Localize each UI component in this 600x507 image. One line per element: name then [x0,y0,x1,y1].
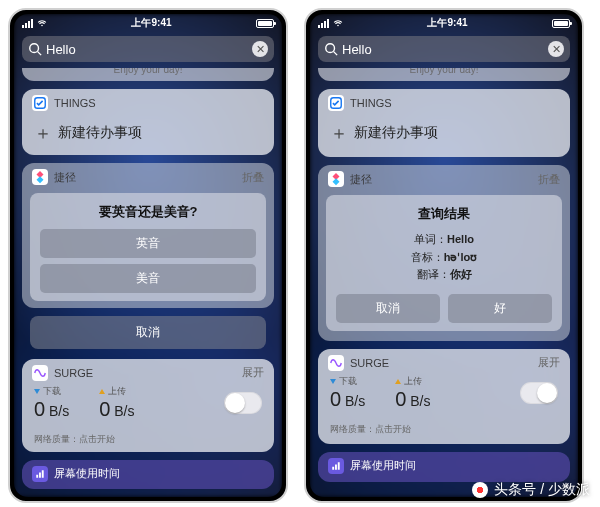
screentime-title: 屏幕使用时间 [350,458,416,473]
svg-line-1 [38,52,42,56]
wifi-icon [37,19,47,27]
status-time: 上午9:41 [131,16,171,30]
surge-upload: 上传 0 B/s [99,385,134,421]
search-field[interactable]: Hello ✕ [22,36,274,62]
watermark: 头条号 / 少数派 [472,481,590,499]
status-bar: 上午9:41 [310,14,578,32]
wifi-icon [333,19,343,27]
dialog-title: 要英音还是美音? [40,203,256,221]
surge-expand[interactable]: 展开 [538,355,560,370]
shortcuts-widget: 捷径 折叠 查询结果 单词：Hello 音标：həˈloʊ 翻译：你好 取消 好 [318,165,570,341]
option-american[interactable]: 美音 [40,264,256,293]
surge-quality-test[interactable]: 点击开始 [79,434,115,444]
shortcuts-title: 捷径 [54,170,76,185]
shortcuts-widget: 捷径 折叠 要英音还是美音? 英音 美音 [22,163,274,307]
surge-app-icon [328,355,344,371]
calendar-widget-peek: No More Events Today Enjoy your day! [318,68,570,81]
shortcuts-app-icon [32,169,48,185]
plus-icon: ＋ [34,121,50,145]
things-widget[interactable]: THINGS ＋ 新建待办事项 [22,89,274,155]
shortcuts-result-dialog: 查询结果 单词：Hello 音标：həˈloʊ 翻译：你好 取消 好 [326,195,562,331]
things-app-icon [32,95,48,111]
screentime-app-icon [328,458,344,474]
upload-icon [395,379,401,384]
things-title: THINGS [54,97,96,109]
shortcuts-choice-dialog: 要英音还是美音? 英音 美音 [30,193,266,301]
upload-icon [99,389,105,394]
battery-icon [256,19,274,28]
shortcuts-collapse[interactable]: 折叠 [538,172,560,187]
things-widget[interactable]: THINGS ＋ 新建待办事项 [318,89,570,157]
search-value: Hello [46,42,252,57]
screentime-widget[interactable]: 屏幕使用时间 [318,452,570,482]
surge-toggle[interactable] [520,382,558,404]
option-british[interactable]: 英音 [40,229,256,258]
watermark-logo-icon [472,482,488,498]
shortcuts-title: 捷径 [350,172,372,187]
things-app-icon [328,95,344,111]
surge-title: SURGE [350,357,389,369]
surge-widget[interactable]: SURGE 展开 下载 0 B/s 上传 0 B/s [22,359,274,452]
search-field[interactable]: Hello ✕ [318,36,570,62]
screentime-title: 屏幕使用时间 [54,466,120,481]
surge-toggle[interactable] [224,392,262,414]
download-icon [330,379,336,384]
screentime-widget[interactable]: 屏幕使用时间 [22,460,274,489]
surge-download: 下载 0 B/s [34,385,69,421]
things-add-todo[interactable]: ＋ 新建待办事项 [318,113,570,157]
calendar-widget-peek: No More Events Today Enjoy your day! [22,68,274,81]
status-bar: 上午9:41 [14,14,282,32]
screentime-app-icon [32,466,48,482]
svg-line-7 [334,52,338,56]
shortcuts-cancel-button[interactable]: 取消 [30,316,266,349]
battery-icon [552,19,570,28]
surge-quality-test[interactable]: 点击开始 [375,424,411,434]
clear-search-button[interactable]: ✕ [252,41,268,57]
signal-icon [22,19,33,28]
surge-title: SURGE [54,367,93,379]
dialog-title: 查询结果 [336,205,552,223]
things-add-todo[interactable]: ＋ 新建待办事项 [22,113,274,155]
surge-app-icon [32,365,48,381]
svg-point-6 [326,44,335,53]
surge-upload: 上传 0 B/s [395,375,430,411]
download-icon [34,389,40,394]
surge-expand[interactable]: 展开 [242,365,264,380]
svg-rect-5 [42,470,44,478]
surge-widget[interactable]: SURGE 展开 下载 0 B/s 上传 0 B/s [318,349,570,444]
result-ok-button[interactable]: 好 [448,294,552,323]
svg-rect-9 [332,467,334,470]
plus-icon: ＋ [330,121,346,145]
shortcuts-collapse[interactable]: 折叠 [242,170,264,185]
shortcuts-app-icon [328,171,344,187]
clear-search-button[interactable]: ✕ [548,41,564,57]
svg-point-0 [30,44,39,53]
result-cancel-button[interactable]: 取消 [336,294,440,323]
search-icon [28,42,42,56]
search-value: Hello [342,42,548,57]
svg-rect-4 [39,472,41,477]
svg-rect-11 [338,462,340,470]
status-time: 上午9:41 [427,16,467,30]
svg-rect-10 [335,464,337,469]
svg-rect-3 [36,474,38,477]
search-icon [324,42,338,56]
signal-icon [318,19,329,28]
surge-download: 下载 0 B/s [330,375,365,411]
things-title: THINGS [350,97,392,109]
